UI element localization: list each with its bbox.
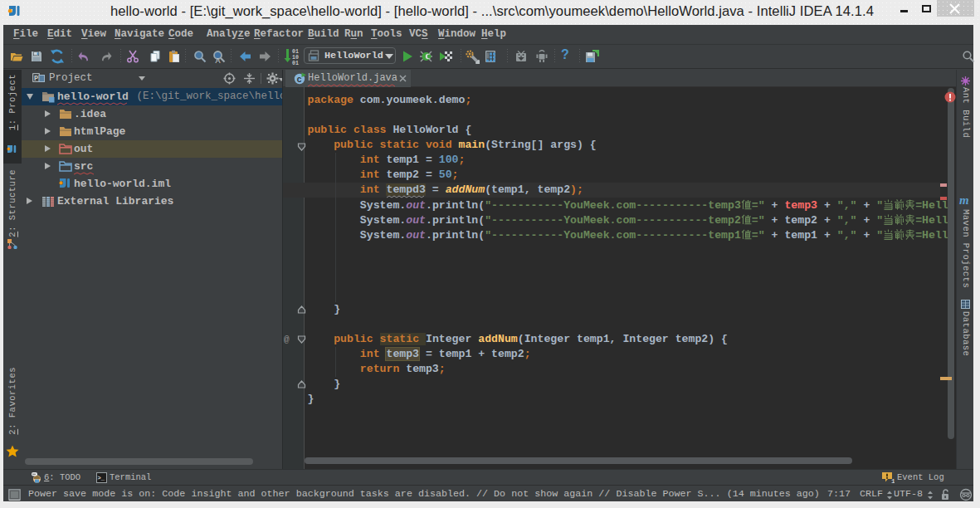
svg-text:01: 01 <box>292 61 299 66</box>
svg-text:1: 1 <box>891 477 895 485</box>
svg-text:C: C <box>297 76 302 85</box>
svg-text:01: 01 <box>292 49 299 55</box>
svg-text:>_: >_ <box>98 475 105 481</box>
svg-text:10: 10 <box>292 55 299 61</box>
svg-text:A: A <box>215 56 220 64</box>
svg-text:P: P <box>34 75 38 83</box>
